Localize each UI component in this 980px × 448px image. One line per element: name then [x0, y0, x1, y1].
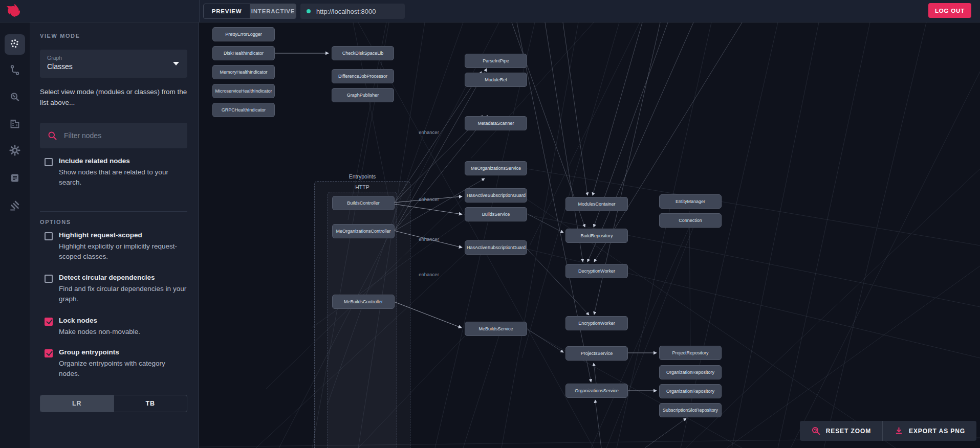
url-bar[interactable] [300, 4, 405, 19]
filter-nodes-input[interactable] [64, 131, 177, 140]
view-tabs: PREVIEW INTERACTIVE [203, 4, 296, 19]
highlight-request-scoped-checkbox[interactable] [45, 232, 53, 240]
graph-canvas[interactable]: EntrypointsHTTPPrettyErrorLoggerDiskHeal… [199, 23, 980, 448]
graph-node[interactable]: PrettyErrorLogger [212, 27, 275, 41]
reset-zoom-button[interactable]: RESET ZOOM [800, 421, 882, 441]
tab-preview[interactable]: PREVIEW [204, 4, 250, 18]
edge-label: enhancer [419, 236, 439, 242]
graph-node[interactable]: BuildRepository [565, 229, 628, 243]
option-description: Organize entrypoints with category nodes… [59, 359, 188, 380]
route-icon [9, 64, 21, 76]
include-related-checkbox[interactable] [45, 158, 53, 166]
graph-node[interactable]: EntityManager [659, 194, 722, 209]
tab-interactive[interactable]: INTERACTIVE [250, 4, 296, 18]
graph-node[interactable]: GraphPublisher [332, 88, 394, 102]
sidebar-item-graph-view[interactable] [5, 34, 25, 55]
sidebar-item-inspect[interactable] [5, 87, 25, 107]
graph-node[interactable]: GRPCHealthIndicator [212, 103, 275, 117]
graph-node[interactable]: Connection [659, 213, 722, 228]
gavel-icon [9, 199, 21, 212]
direction-tb-button[interactable]: TB [114, 395, 187, 412]
include-related-row: Include related nodes Show nodes that ar… [40, 156, 189, 188]
detect-circular-checkbox[interactable] [45, 275, 53, 283]
topbar-divider [199, 0, 200, 23]
graph-node[interactable]: DecryptionWorker [565, 264, 628, 278]
option-detect-circular: Detect circular dependencies Find and fi… [40, 273, 189, 305]
graph-node[interactable]: SubscriptionSlotRepository [659, 403, 722, 417]
option-lock-nodes: Lock nodes Make nodes non-movable. [40, 316, 189, 337]
graph-node[interactable]: HasActiveSubscriptionGuard [465, 240, 527, 255]
edge-label: enhancer [419, 196, 439, 202]
nestjs-logo-icon [5, 3, 21, 19]
graph-node[interactable]: BuildsController [332, 196, 395, 210]
graph-node[interactable]: DiskHealthIndicator [212, 46, 275, 60]
nestjs-logo [5, 3, 21, 19]
option-description: Make nodes non-movable. [59, 327, 188, 338]
graph-node[interactable]: MeBuildsController [332, 295, 395, 309]
sidebar-item-routes[interactable] [5, 60, 25, 80]
option-title: Highlight request-scoped [59, 230, 188, 240]
view-mode-section-label: VIEW MODE [40, 33, 80, 39]
reset-zoom-label: RESET ZOOM [826, 428, 871, 435]
graph-node[interactable]: BuildsService [465, 207, 527, 221]
graph-node[interactable]: OrganizationsService [565, 384, 628, 398]
sidebar-item-legal[interactable] [5, 195, 25, 216]
gear-icon [9, 144, 21, 156]
select-label: Graph [47, 55, 180, 61]
option-title: Detect circular dependencies [59, 273, 188, 283]
graph-node[interactable]: ParseIntPipe [465, 54, 527, 68]
edge-label: enhancer [419, 272, 439, 277]
export-png-button[interactable]: EXPORT AS PNG [882, 421, 976, 441]
search-icon [48, 131, 57, 141]
download-icon [894, 426, 904, 436]
option-title: Group entrypoints [59, 347, 188, 357]
graph-node[interactable]: MemoryHealthIndicator [212, 65, 275, 79]
graph-node[interactable]: MetadataScanner [465, 116, 527, 130]
filter-nodes-field[interactable] [40, 123, 187, 148]
graph-node[interactable]: MicroserviceHealthIndicator [212, 84, 275, 98]
graph-node[interactable]: HasActiveSubscriptionGuard [465, 188, 527, 203]
direction-lr-button[interactable]: LR [40, 395, 114, 412]
graph-node[interactable]: ModulesContainer [565, 197, 628, 211]
settings-panel: VIEW MODE Graph Classes Select view mode… [30, 23, 199, 448]
graph-nodes-icon [9, 38, 21, 51]
status-dot [307, 9, 311, 13]
logout-button[interactable]: LOG OUT [928, 3, 971, 18]
sidebar-item-settings[interactable] [5, 140, 25, 161]
graph-node[interactable]: OrganizationRepository [659, 365, 722, 379]
graph-node[interactable]: MeOrganizationsService [465, 161, 527, 175]
group-entrypoints-checkbox[interactable] [45, 349, 53, 357]
url-input[interactable] [316, 8, 398, 15]
sidebar-item-logs[interactable] [5, 168, 25, 188]
option-title: Lock nodes [59, 316, 188, 326]
chevron-down-icon [173, 62, 179, 65]
graph-node[interactable]: CheckDiskSpaceLib [332, 46, 394, 60]
sidebar-item-organization[interactable] [5, 114, 25, 134]
graph-node[interactable]: MeOrganizationsController [332, 224, 395, 238]
icon-rail [0, 23, 30, 448]
app-root: PREVIEW INTERACTIVE LOG OUT [0, 0, 980, 448]
include-related-title: Include related nodes [59, 156, 188, 166]
graph-node[interactable]: ProjectRepository [659, 346, 722, 360]
lock-nodes-checkbox[interactable] [45, 318, 53, 326]
document-icon [9, 172, 21, 184]
view-mode-help-text: Select view mode (modules or classes) fr… [40, 87, 190, 108]
select-value: Classes [47, 62, 180, 71]
graph-node[interactable]: DifferenceJobProcessor [332, 69, 394, 83]
graph-node[interactable]: MeBuildsService [465, 322, 527, 336]
graph-node[interactable]: EncryptionWorker [565, 316, 628, 330]
option-description: Highlight explicitly or implicitly reque… [59, 241, 188, 263]
building-icon [9, 118, 21, 130]
graph-mode-select[interactable]: Graph Classes [40, 50, 187, 78]
edge-label: enhancer [419, 129, 439, 135]
graph-node[interactable]: ProjectsService [565, 346, 628, 361]
section-divider [40, 211, 187, 212]
option-description: Find and fix circular dependencies in yo… [59, 284, 188, 305]
export-png-label: EXPORT AS PNG [909, 428, 965, 435]
graph-node[interactable]: OrganizationRepository [659, 384, 722, 398]
zoom-reset-icon [811, 426, 821, 436]
option-highlight-request-scoped: Highlight request-scoped Highlight expli… [40, 230, 189, 262]
canvas-controls: RESET ZOOM EXPORT AS PNG [800, 421, 976, 441]
layout-direction-toggle: LR TB [40, 395, 187, 412]
graph-node[interactable]: ModuleRef [465, 73, 527, 87]
